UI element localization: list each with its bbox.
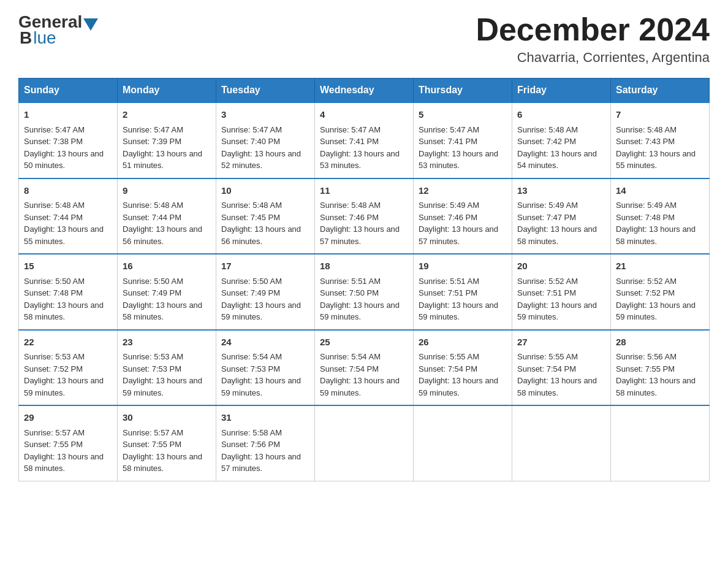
- calendar-day-header: Friday: [512, 79, 611, 103]
- sunset-text: Sunset: 7:52 PM: [24, 364, 83, 373]
- sunrise-text: Sunrise: 5:50 AM: [123, 277, 183, 286]
- calendar-day-cell: 3Sunrise: 5:47 AMSunset: 7:40 PMDaylight…: [216, 102, 315, 178]
- sunset-text: Sunset: 7:43 PM: [616, 137, 675, 146]
- day-number: 21: [616, 259, 704, 274]
- calendar-day-cell: 15Sunrise: 5:50 AMSunset: 7:48 PMDayligh…: [19, 254, 118, 330]
- day-number: 19: [419, 259, 507, 274]
- daylight-text: Daylight: 13 hours and 59 minutes.: [419, 376, 498, 397]
- sunset-text: Sunset: 7:50 PM: [320, 288, 379, 297]
- title-block: December 2024 Chavarria, Corrientes, Arg…: [476, 12, 710, 66]
- calendar-day-cell: 26Sunrise: 5:55 AMSunset: 7:54 PMDayligh…: [414, 330, 512, 406]
- calendar-day-cell: 19Sunrise: 5:51 AMSunset: 7:51 PMDayligh…: [414, 254, 512, 330]
- daylight-text: Daylight: 13 hours and 57 minutes.: [320, 224, 400, 246]
- calendar-day-header: Monday: [118, 79, 216, 103]
- day-number: 15: [24, 259, 112, 274]
- daylight-text: Daylight: 13 hours and 58 minutes.: [24, 452, 104, 473]
- sunset-text: Sunset: 7:41 PM: [320, 137, 379, 146]
- calendar-day-cell: 21Sunrise: 5:52 AMSunset: 7:52 PMDayligh…: [611, 254, 710, 330]
- sunrise-text: Sunrise: 5:52 AM: [517, 277, 578, 286]
- calendar-day-cell: 30Sunrise: 5:57 AMSunset: 7:55 PMDayligh…: [118, 405, 216, 481]
- calendar-day-cell: 24Sunrise: 5:54 AMSunset: 7:53 PMDayligh…: [216, 330, 315, 406]
- location-subtitle: Chavarria, Corrientes, Argentina: [476, 50, 710, 66]
- sunrise-text: Sunrise: 5:53 AM: [24, 352, 85, 361]
- sunset-text: Sunset: 7:53 PM: [221, 364, 280, 373]
- daylight-text: Daylight: 13 hours and 53 minutes.: [320, 149, 400, 170]
- daylight-text: Daylight: 13 hours and 55 minutes.: [616, 149, 696, 170]
- day-number: 25: [320, 335, 408, 350]
- logo-blue-text: lue: [33, 28, 56, 48]
- calendar-day-cell: 25Sunrise: 5:54 AMSunset: 7:54 PMDayligh…: [315, 330, 414, 406]
- day-number: 1: [24, 108, 112, 122]
- sunrise-text: Sunrise: 5:47 AM: [419, 125, 479, 134]
- calendar-day-cell: 1Sunrise: 5:47 AMSunset: 7:38 PMDaylight…: [19, 102, 118, 178]
- sunrise-text: Sunrise: 5:58 AM: [221, 428, 282, 437]
- sunrise-text: Sunrise: 5:50 AM: [221, 277, 282, 286]
- calendar-day-cell: 31Sunrise: 5:58 AMSunset: 7:56 PMDayligh…: [216, 405, 315, 481]
- calendar-day-cell: 28Sunrise: 5:56 AMSunset: 7:55 PMDayligh…: [611, 330, 710, 406]
- sunrise-text: Sunrise: 5:47 AM: [123, 125, 183, 134]
- sunrise-text: Sunrise: 5:48 AM: [320, 201, 381, 210]
- sunrise-text: Sunrise: 5:47 AM: [24, 125, 85, 134]
- calendar-week-row: 1Sunrise: 5:47 AMSunset: 7:38 PMDaylight…: [19, 102, 710, 178]
- day-number: 9: [123, 184, 211, 198]
- sunset-text: Sunset: 7:44 PM: [24, 213, 83, 222]
- daylight-text: Daylight: 13 hours and 59 minutes.: [320, 376, 400, 397]
- sunset-text: Sunset: 7:51 PM: [419, 288, 477, 297]
- daylight-text: Daylight: 13 hours and 59 minutes.: [320, 301, 400, 322]
- daylight-text: Daylight: 13 hours and 58 minutes.: [123, 452, 202, 473]
- sunrise-text: Sunrise: 5:47 AM: [221, 125, 282, 134]
- day-number: 20: [517, 259, 605, 274]
- daylight-text: Daylight: 13 hours and 59 minutes.: [517, 301, 597, 322]
- sunset-text: Sunset: 7:41 PM: [419, 137, 477, 146]
- sunset-text: Sunset: 7:55 PM: [123, 440, 181, 449]
- sunset-text: Sunset: 7:45 PM: [221, 213, 280, 222]
- sunrise-text: Sunrise: 5:55 AM: [517, 352, 578, 361]
- calendar-day-cell: 27Sunrise: 5:55 AMSunset: 7:54 PMDayligh…: [512, 330, 611, 406]
- calendar-day-cell: [414, 405, 512, 481]
- calendar-day-cell: 11Sunrise: 5:48 AMSunset: 7:46 PMDayligh…: [315, 178, 414, 255]
- daylight-text: Daylight: 13 hours and 59 minutes.: [221, 376, 301, 397]
- calendar-day-cell: 6Sunrise: 5:48 AMSunset: 7:42 PMDaylight…: [512, 102, 611, 178]
- sunset-text: Sunset: 7:46 PM: [320, 213, 379, 222]
- daylight-text: Daylight: 13 hours and 59 minutes.: [419, 301, 498, 322]
- calendar-week-row: 8Sunrise: 5:48 AMSunset: 7:44 PMDaylight…: [19, 178, 710, 255]
- day-number: 6: [517, 108, 605, 122]
- sunrise-text: Sunrise: 5:49 AM: [517, 201, 578, 210]
- sunrise-text: Sunrise: 5:48 AM: [221, 201, 282, 210]
- calendar-day-cell: 9Sunrise: 5:48 AMSunset: 7:44 PMDaylight…: [118, 178, 216, 255]
- calendar-table: SundayMondayTuesdayWednesdayThursdayFrid…: [18, 78, 710, 481]
- sunset-text: Sunset: 7:54 PM: [419, 364, 477, 373]
- calendar-week-row: 15Sunrise: 5:50 AMSunset: 7:48 PMDayligh…: [19, 254, 710, 330]
- daylight-text: Daylight: 13 hours and 58 minutes.: [24, 301, 104, 322]
- day-number: 13: [517, 184, 605, 198]
- day-number: 2: [123, 108, 211, 122]
- month-year-title: December 2024: [476, 12, 710, 47]
- sunset-text: Sunset: 7:44 PM: [123, 213, 181, 222]
- day-number: 24: [221, 335, 309, 350]
- calendar-day-cell: [512, 405, 611, 481]
- calendar-day-cell: 12Sunrise: 5:49 AMSunset: 7:46 PMDayligh…: [414, 178, 512, 255]
- day-number: 4: [320, 108, 408, 122]
- logo: General B lue: [18, 12, 99, 48]
- calendar-week-row: 29Sunrise: 5:57 AMSunset: 7:55 PMDayligh…: [19, 405, 710, 481]
- daylight-text: Daylight: 13 hours and 58 minutes.: [616, 376, 696, 397]
- day-number: 22: [24, 335, 112, 350]
- sunset-text: Sunset: 7:53 PM: [123, 364, 181, 373]
- sunset-text: Sunset: 7:49 PM: [221, 288, 280, 297]
- calendar-day-cell: 20Sunrise: 5:52 AMSunset: 7:51 PMDayligh…: [512, 254, 611, 330]
- calendar-day-cell: 22Sunrise: 5:53 AMSunset: 7:52 PMDayligh…: [19, 330, 118, 406]
- sunrise-text: Sunrise: 5:47 AM: [320, 125, 381, 134]
- day-number: 30: [123, 411, 211, 425]
- day-number: 26: [419, 335, 507, 350]
- sunrise-text: Sunrise: 5:55 AM: [419, 352, 479, 361]
- day-number: 5: [419, 108, 507, 122]
- calendar-day-cell: 7Sunrise: 5:48 AMSunset: 7:43 PMDaylight…: [611, 102, 710, 178]
- sunset-text: Sunset: 7:54 PM: [320, 364, 379, 373]
- daylight-text: Daylight: 13 hours and 56 minutes.: [123, 224, 202, 246]
- sunset-text: Sunset: 7:51 PM: [517, 288, 576, 297]
- sunset-text: Sunset: 7:39 PM: [123, 137, 181, 146]
- sunset-text: Sunset: 7:40 PM: [221, 137, 280, 146]
- page-header: General B lue December 2024 Chavarria, C…: [18, 12, 710, 66]
- day-number: 14: [616, 184, 704, 198]
- sunset-text: Sunset: 7:46 PM: [419, 213, 477, 222]
